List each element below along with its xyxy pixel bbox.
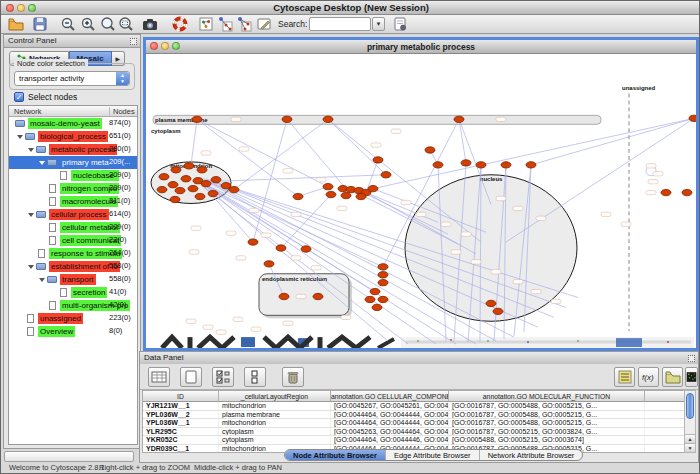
delete-attribute-button[interactable]: [282, 367, 304, 387]
graph-node[interactable]: [301, 246, 311, 252]
select-nodes-checkbox[interactable]: ✓: [14, 92, 24, 102]
graph-node[interactable]: [501, 162, 511, 168]
help-button[interactable]: [171, 16, 189, 33]
tree-row[interactable]: biological_process651(0): [9, 130, 137, 143]
graph-node[interactable]: [229, 186, 239, 192]
network-canvas[interactable]: plasma membranecytoplasmmitochondrionnuc…: [146, 54, 696, 348]
graph-node[interactable]: [192, 116, 202, 122]
layout-alt-button[interactable]: [235, 16, 253, 33]
attribute-matrix-button[interactable]: [685, 367, 698, 387]
table-row[interactable]: YKR052Ccytoplasm[GO:0044464, GO:0044446,…: [143, 436, 685, 445]
import-attributes-button[interactable]: [662, 367, 683, 387]
tree-row[interactable]: Overview8(0): [9, 325, 137, 338]
graph-node[interactable]: [378, 296, 388, 302]
graph-node[interactable]: [356, 193, 366, 199]
graph-node[interactable]: [372, 304, 382, 310]
search-configure-button[interactable]: [391, 16, 409, 33]
graph-node[interactable]: [425, 147, 435, 153]
graph-node[interactable]: [188, 185, 198, 191]
graph-node[interactable]: [368, 185, 378, 191]
expand-arrow-icon[interactable]: [28, 213, 34, 217]
graph-node[interactable]: [323, 183, 333, 189]
zoom-fit-button[interactable]: [99, 16, 117, 33]
node-color-dropdown[interactable]: transporter activity ▲▼: [14, 71, 130, 86]
tab-network-attribute-browser[interactable]: Network Attribute Browser: [479, 450, 583, 460]
table-column-header[interactable]: annotation.GO MOLECULAR_FUNCTION: [449, 391, 645, 402]
graph-node[interactable]: [378, 279, 388, 285]
expand-arrow-icon[interactable]: [39, 161, 45, 165]
create-attribute-button[interactable]: [180, 367, 202, 387]
graph-node[interactable]: [661, 189, 671, 195]
graph-node[interactable]: [279, 293, 289, 299]
scroll-up-button[interactable]: ▲: [685, 434, 695, 443]
graph-node[interactable]: [341, 192, 351, 198]
graph-node[interactable]: [378, 272, 388, 278]
tree-row[interactable]: cellular metabol209(0): [9, 221, 137, 234]
graph-node[interactable]: [264, 261, 274, 267]
zoom-in-button[interactable]: [79, 16, 97, 33]
tree-row[interactable]: response to stimulu264(0): [9, 247, 137, 260]
tree-row[interactable]: macromolecule311(0): [9, 195, 137, 208]
graph-node[interactable]: [476, 162, 486, 168]
table-row[interactable]: YLR295Ccytoplasm[GO:0045263, GO:0044464,…: [143, 428, 685, 437]
graph-node[interactable]: [378, 264, 388, 270]
tree-row[interactable]: secretion41(0): [9, 286, 137, 299]
expand-arrow-icon[interactable]: [39, 278, 45, 282]
table-column-header[interactable]: _cellularLayoutRegion: [219, 391, 331, 402]
graph-node[interactable]: [195, 193, 205, 199]
graph-node[interactable]: [373, 157, 383, 163]
attribute-list-button[interactable]: [614, 367, 635, 387]
tree-row[interactable]: cellular process614(0): [9, 208, 137, 221]
graph-node[interactable]: [381, 172, 391, 178]
graph-node[interactable]: [184, 163, 194, 169]
graph-node[interactable]: [168, 181, 178, 187]
annotations-button[interactable]: [255, 16, 273, 33]
tree-row[interactable]: multi-organism pro42(0): [9, 299, 137, 312]
graph-node[interactable]: [208, 190, 218, 196]
graph-node[interactable]: [493, 308, 503, 314]
open-session-button[interactable]: [7, 16, 25, 33]
graph-node[interactable]: [248, 239, 258, 245]
graph-node[interactable]: [433, 162, 443, 168]
layout-button[interactable]: [216, 16, 234, 33]
graph-node[interactable]: [526, 162, 536, 168]
graph-node[interactable]: [159, 174, 169, 180]
graph-node[interactable]: [454, 116, 464, 122]
graph-node[interactable]: [326, 191, 336, 197]
graph-node[interactable]: [370, 288, 380, 294]
snapshot-button[interactable]: [141, 16, 159, 33]
table-column-header[interactable]: [645, 391, 686, 402]
graph-node[interactable]: [293, 193, 303, 199]
graph-node[interactable]: [157, 186, 167, 192]
attribute-table-button[interactable]: [148, 367, 170, 387]
tree-row[interactable]: nucleobase-209(0): [9, 169, 137, 182]
tree-row[interactable]: primary metabo209(...: [9, 156, 137, 169]
select-attributes-button[interactable]: [212, 367, 234, 387]
graph-node[interactable]: [486, 300, 496, 306]
graph-node[interactable]: [170, 196, 180, 202]
tree-row[interactable]: mosaic-demo-yeast874(0): [9, 117, 137, 130]
table-scrollbar[interactable]: ▲ ▼: [684, 390, 696, 453]
tab-edge-attribute-browser[interactable]: Edge Attribute Browser: [385, 450, 479, 460]
graph-node[interactable]: [461, 160, 471, 166]
tree-row[interactable]: unassigned223(0): [9, 312, 137, 325]
save-session-button[interactable]: [31, 16, 49, 33]
graph-node[interactable]: [365, 296, 375, 302]
graph-node[interactable]: [682, 189, 692, 195]
tree-row[interactable]: metabolic process280(0): [9, 143, 137, 156]
table-column-header[interactable]: annotation.GO CELLULAR_COMPONENT: [331, 391, 449, 402]
unselect-attributes-button[interactable]: [244, 367, 266, 387]
graph-node[interactable]: [175, 187, 185, 193]
tab-node-attribute-browser[interactable]: Node Attribute Browser: [285, 450, 385, 460]
table-row[interactable]: YPL036W__2plasma membrane[GO:0044464, GO…: [143, 411, 685, 420]
graph-node[interactable]: [201, 181, 211, 187]
expand-arrow-icon[interactable]: [28, 265, 34, 269]
tree-col-nodes[interactable]: Nodes: [109, 107, 135, 117]
function-builder-button[interactable]: f(x): [638, 367, 659, 387]
scrollbar-thumb[interactable]: [686, 393, 694, 419]
graph-node[interactable]: [171, 167, 181, 173]
float-panel-icon[interactable]: [130, 38, 137, 45]
graph-node[interactable]: [282, 116, 292, 122]
graph-node[interactable]: [197, 167, 207, 173]
expand-arrow-icon[interactable]: [17, 135, 23, 139]
